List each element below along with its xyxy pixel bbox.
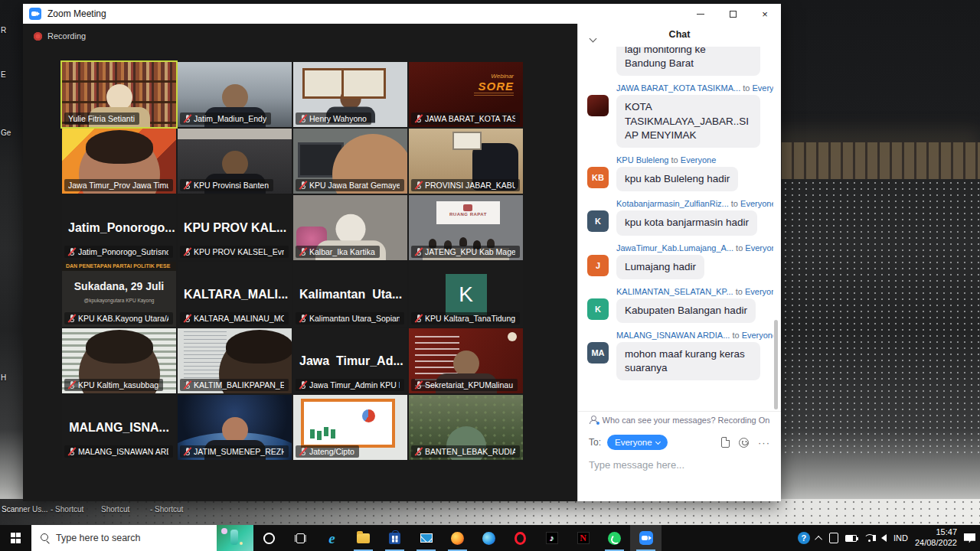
- recording-indicator[interactable]: Recording: [34, 31, 86, 41]
- internet-explorer-button[interactable]: e: [316, 525, 348, 551]
- participant-tile-6[interactable]: KPU Provinsi Banten: [178, 129, 292, 194]
- participant-tile-8[interactable]: PROVINSI JABAR_KABUP...: [409, 129, 523, 194]
- participant-tile-11[interactable]: Kalbar_Ika Kartika: [293, 195, 407, 260]
- participant-tile-9[interactable]: Jatim_Ponorogo...Jatim_Ponorogo_Sutrisno: [62, 195, 176, 260]
- file-explorer-button[interactable]: [348, 525, 379, 551]
- cortana-button[interactable]: [253, 525, 285, 551]
- participant-tile-21[interactable]: MALANG_ISNA...MALANG_ISNAWAN ARD...: [62, 395, 176, 460]
- chat-bubble: kpu kota banjarmasin hadir: [616, 210, 757, 235]
- start-button[interactable]: [0, 525, 31, 551]
- participant-tile-17[interactable]: KPU Kaltim_kasubbag: [62, 328, 176, 393]
- participant-tile-16[interactable]: KKPU Kaltara_TanaTidung/...: [409, 262, 523, 327]
- netflix-button[interactable]: N: [567, 525, 599, 551]
- participant-tile-20[interactable]: Sekretariat_KPUMalinau: [409, 328, 523, 393]
- chat-recipient: Everyone: [681, 155, 716, 165]
- tablet-mode-icon[interactable]: [829, 533, 838, 543]
- chat-message-header: KPU Buleleng to Everyone: [616, 155, 773, 165]
- tray-expand-icon[interactable]: [815, 535, 822, 543]
- participant-display-name: KPU PROV KAL...: [178, 221, 292, 235]
- task-view-button[interactable]: [285, 525, 316, 551]
- whatsapp-button[interactable]: [599, 525, 630, 551]
- chat-sender: JawaTimur_Kab.Lumajang_A...: [616, 243, 733, 253]
- recipient-select[interactable]: Everyone: [607, 435, 668, 450]
- participant-name-tag: Jawa Timur_Admin KPU K...: [296, 379, 404, 391]
- emoji-icon[interactable]: [739, 438, 749, 448]
- zoom-taskbar-button[interactable]: [630, 525, 662, 551]
- search-placeholder: Type here to search: [56, 533, 140, 543]
- participant-tile-5[interactable]: Jawa Timur_Prov Jawa Timur...: [62, 129, 176, 194]
- windows-logo-icon: [11, 533, 21, 543]
- chat-message-row: KKabupaten Balangan hadir: [587, 298, 773, 323]
- chat-recipient: Everyone: [745, 243, 773, 253]
- participant-name-label: MALANG_ISNAWAN ARD...: [78, 447, 168, 456]
- help-icon[interactable]: ?: [798, 532, 810, 544]
- desktop-shortcut-label[interactable]: - Shortcut: [150, 505, 183, 514]
- maximize-button[interactable]: [717, 4, 749, 24]
- chat-message-input[interactable]: [589, 459, 770, 471]
- participant-name-tag: Jawa Timur_Prov Jawa Timur...: [64, 179, 173, 191]
- close-button[interactable]: ×: [749, 4, 781, 24]
- participant-tile-22[interactable]: JATIM_SUMENEP_REZHA: [178, 395, 292, 460]
- battery-icon[interactable]: [845, 535, 857, 542]
- participant-tile-18[interactable]: KALTIM_BALIKPAPAN_ENO...: [178, 328, 292, 393]
- window-titlebar[interactable]: Zoom Meeting ×: [23, 4, 781, 24]
- edge-button[interactable]: [473, 525, 505, 551]
- chat-bubble: KOTA TASIKMALAYA_JABAR..SIAP MENYIMAK: [616, 95, 760, 148]
- action-center-icon[interactable]: [964, 533, 975, 543]
- speaker-icon[interactable]: [881, 534, 887, 542]
- chat-message-clipped: lagi monitoring ke Bandung Barat: [616, 47, 773, 76]
- participant-tile-15[interactable]: Kalimantan Uta...Kalimantan Utara_Sopian…: [293, 262, 407, 327]
- participant-tile-10[interactable]: KPU PROV KAL...KPU PROV KALSEL_Evrilia..…: [178, 195, 292, 260]
- participant-tile-12[interactable]: RUANG RAPATJATENG_KPU Kab Magela...: [409, 195, 523, 260]
- search-highlight-image[interactable]: [217, 525, 253, 551]
- chat-message-1: JAWA BARAT_KOTA TASIKMA... to EveryoneKO…: [587, 83, 773, 148]
- slide-strip-text: DAN PENETAPAN PARTAI POLITIK PESE: [62, 262, 176, 271]
- muted-mic-icon: [299, 114, 306, 123]
- participant-tile-4[interactable]: WebinarSOREJAWA BARAT_KOTA TASIK...: [409, 62, 523, 127]
- chat-message-list[interactable]: lagi monitoring ke Bandung BaratJAWA BAR…: [578, 45, 781, 411]
- participant-name-label: KPU Provinsi Banten: [194, 181, 269, 190]
- desktop-icon-label: E: [1, 70, 6, 79]
- participant-tile-13[interactable]: DAN PENETAPAN PARTAI POLITIK PESESukadan…: [62, 262, 176, 327]
- participant-name-label: Jateng/Cipto: [309, 447, 354, 456]
- participant-name-tag: JATIM_SUMENEP_REZHA: [180, 445, 289, 458]
- attach-file-icon[interactable]: [721, 437, 730, 448]
- avatar: J: [587, 255, 609, 276]
- more-options-button[interactable]: ···: [758, 437, 770, 448]
- opera-button[interactable]: [505, 525, 536, 551]
- chat-message-5: KALIMANTAN_SELATAN_KP... to EveryoneKKab…: [587, 287, 773, 323]
- participant-name-tag: Henry Wahyono: [296, 112, 371, 125]
- tiktok-button[interactable]: ♪: [536, 525, 567, 551]
- participant-tile-19[interactable]: Jawa Timur_Ad...Jawa Timur_Admin KPU K..…: [293, 328, 407, 393]
- firefox-button[interactable]: [442, 525, 473, 551]
- muted-mic-icon: [299, 380, 306, 390]
- participant-display-name: MALANG_ISNA...: [63, 421, 175, 435]
- taskbar-clock[interactable]: 15:47 24/08/2022: [915, 527, 957, 549]
- desktop-shortcut-label[interactable]: - Shortcut: [51, 505, 83, 514]
- chat-message-4: JawaTimur_Kab.Lumajang_A... to EveryoneJ…: [587, 243, 773, 279]
- participant-name-tag: Jatim_Madiun_Endy: [180, 112, 271, 125]
- participant-tile-24[interactable]: BANTEN_LEBAK_RUDIAN...: [409, 395, 523, 460]
- participant-name-label: Kalbar_Ika Kartika: [309, 247, 375, 256]
- meeting-video-area: Recording Yulie Fitria SetiantiJatim_Mad…: [23, 24, 577, 501]
- participant-name-label: Yulie Fitria Setianti: [68, 114, 135, 123]
- minimize-button[interactable]: [684, 4, 717, 24]
- chevron-down-icon[interactable]: [590, 31, 596, 44]
- participant-name-tag: JAWA BARAT_KOTA TASIK...: [411, 112, 520, 125]
- microsoft-store-button[interactable]: [379, 525, 410, 551]
- taskbar-search[interactable]: Type here to search: [31, 525, 253, 551]
- participant-tile-7[interactable]: KPU Jawa Barat Gemayel ...: [293, 129, 407, 194]
- desktop-shortcut-label[interactable]: Shortcut: [101, 505, 129, 514]
- wallpaper-crowd: [769, 181, 980, 456]
- chat-scrollbar[interactable]: [774, 320, 778, 409]
- participant-tile-3[interactable]: Henry Wahyono: [293, 62, 407, 127]
- participant-tile-14[interactable]: KALTARA_MALI...KALTARA_MALINAU_MO...: [178, 262, 292, 327]
- firefox-icon: [451, 532, 464, 545]
- participant-tile-2[interactable]: Jatim_Madiun_Endy: [178, 62, 292, 127]
- participant-tile-23[interactable]: Jateng/Cipto: [293, 395, 407, 460]
- mail-button[interactable]: [410, 525, 442, 551]
- participant-tile-1[interactable]: Yulie Fitria Setianti: [62, 62, 176, 127]
- language-indicator[interactable]: IND: [893, 533, 908, 543]
- desktop-shortcut-label[interactable]: Scanner Us...: [2, 505, 48, 514]
- muted-mic-icon: [415, 247, 422, 256]
